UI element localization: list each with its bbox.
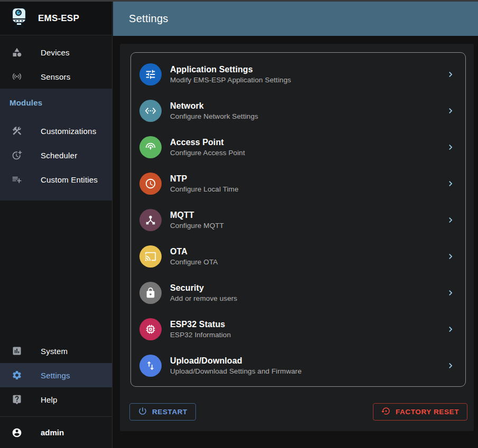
sidebar-item-label: Settings — [41, 371, 70, 380]
chevron-right-icon — [445, 215, 456, 225]
chevron-right-icon — [445, 288, 456, 298]
window-top-strip — [0, 0, 478, 2]
construction-icon — [12, 126, 22, 136]
settings-item-title: NTP — [170, 174, 445, 184]
bar-chart-icon — [12, 346, 22, 356]
chevron-right-icon — [445, 142, 456, 152]
modules-section-label: Modules — [0, 89, 112, 119]
chevron-right-icon — [445, 360, 456, 371]
settings-item-title: ESP32 Status — [170, 320, 445, 329]
cast-icon — [145, 251, 156, 262]
settings-item-application-settings[interactable]: Application SettingsModify EMS-ESP Appli… — [131, 56, 465, 92]
page-title: Settings — [129, 13, 168, 25]
sidebar-item-label: System — [41, 347, 68, 356]
sidebar-nav-bottom: SystemSettingsHelp admin — [0, 339, 112, 448]
user-label: admin — [41, 428, 64, 437]
restore-icon — [381, 406, 391, 416]
sidebar-item-scheduler[interactable]: Scheduler — [0, 143, 112, 167]
sidebar-item-label: Sensors — [41, 72, 70, 81]
settings-item-avatar — [139, 63, 162, 85]
sidebar-item-label: Custom Entities — [41, 175, 98, 184]
settings-item-subtitle: Add or remove users — [170, 294, 445, 302]
restart-button[interactable]: RESTART — [129, 403, 196, 421]
chevron-right-icon — [445, 106, 456, 116]
settings-item-avatar — [139, 245, 162, 268]
sidebar-item-label: Help — [41, 395, 58, 404]
chevron-right-icon — [445, 178, 456, 189]
settings-item-mqtt[interactable]: MQTTConfigure MQTT — [131, 202, 465, 238]
settings-item-security[interactable]: SecurityAdd or remove users — [131, 274, 465, 311]
settings-item-esp32-status[interactable]: ESP32 StatusESP32 Information — [131, 311, 465, 347]
settings-card: Application SettingsModify EMS-ESP Appli… — [130, 52, 466, 387]
clock-icon — [145, 178, 156, 189]
actions-row: RESTART FACTORY RESET — [129, 403, 467, 421]
settings-item-title: Application Settings — [170, 65, 445, 74]
chevron-right-icon — [445, 324, 456, 335]
settings-item-subtitle: Upload/Download Settings and Firmware — [170, 367, 445, 375]
settings-item-title: Access Point — [170, 138, 445, 147]
chevron-right-icon — [445, 69, 456, 80]
sidebar-item-customizations[interactable]: Customizations — [0, 119, 112, 143]
settings-item-avatar — [139, 173, 162, 195]
settings-item-avatar — [139, 100, 162, 122]
settings-item-title: Network — [170, 101, 445, 111]
settings-item-subtitle: Configure MQTT — [170, 222, 445, 230]
restart-button-label: RESTART — [152, 408, 188, 416]
settings-item-avatar — [139, 355, 162, 377]
lock-icon — [145, 287, 156, 299]
settings-item-subtitle: Configure Network Settings — [170, 112, 445, 120]
sidebar-item-devices[interactable]: Devices — [0, 40, 112, 64]
sidebar-nav-top: DevicesSensors — [0, 35, 112, 89]
sidebar: EMS-ESP DevicesSensors Modules Customiza… — [0, 2, 113, 448]
settings-item-title: OTA — [170, 247, 445, 256]
settings-panel: Application SettingsModify EMS-ESP Appli… — [120, 44, 474, 431]
sidebar-item-label: Devices — [41, 48, 70, 57]
settings-item-upload-download[interactable]: Upload/DownloadUpload/Download Settings … — [131, 347, 465, 384]
chip-icon — [145, 323, 156, 335]
help-bubble-icon — [12, 394, 22, 405]
sidebar-item-custom-entities[interactable]: Custom Entities — [0, 167, 112, 192]
sidebar-item-help[interactable]: Help — [0, 387, 112, 412]
more-time-icon — [12, 150, 22, 160]
sidebar-header: EMS-ESP — [0, 2, 112, 35]
settings-item-access-point[interactable]: Access PointConfigure Access Point — [131, 129, 465, 165]
settings-item-avatar — [139, 282, 162, 304]
sidebar-modules-section: Modules CustomizationsSchedulerCustom En… — [0, 89, 112, 201]
sidebar-item-settings[interactable]: Settings — [0, 363, 112, 387]
category-icon — [12, 47, 22, 58]
settings-item-network[interactable]: NetworkConfigure Network Settings — [131, 92, 465, 129]
settings-item-subtitle: ESP32 Information — [170, 331, 445, 339]
account-circle-icon — [12, 427, 22, 438]
power-icon — [138, 406, 147, 416]
settings-item-ota[interactable]: OTAConfigure OTA — [131, 238, 465, 274]
settings-item-subtitle: Configure OTA — [170, 258, 445, 266]
settings-item-subtitle: Configure Local Time — [170, 185, 445, 193]
sidebar-item-label: Customizations — [41, 127, 96, 136]
sidebar-item-label: Scheduler — [41, 151, 77, 160]
factory-reset-button[interactable]: FACTORY RESET — [373, 403, 467, 421]
import-export-icon — [145, 360, 156, 371]
chevron-right-icon — [445, 251, 456, 262]
gear-icon — [12, 370, 22, 380]
sidebar-item-sensors[interactable]: Sensors — [0, 64, 112, 89]
appbar: Settings — [113, 2, 478, 36]
settings-item-avatar — [139, 209, 162, 231]
playlist-add-icon — [12, 174, 22, 185]
wifi-tethering-icon — [145, 141, 156, 153]
settings-item-title: MQTT — [170, 211, 445, 220]
tune-icon — [145, 69, 156, 80]
app-title: EMS-ESP — [38, 13, 79, 24]
settings-item-title: Upload/Download — [170, 356, 445, 366]
device-hub-icon — [145, 214, 156, 226]
settings-item-avatar — [139, 136, 162, 158]
settings-item-subtitle: Configure Access Point — [170, 149, 445, 157]
sidebar-item-system[interactable]: System — [0, 339, 112, 363]
settings-item-title: Security — [170, 283, 445, 293]
sidebar-user[interactable]: admin — [0, 417, 112, 448]
settings-item-ntp[interactable]: NTPConfigure Local Time — [131, 165, 465, 202]
main-area: Settings Application SettingsModify EMS-… — [113, 2, 478, 448]
settings-ethernet-icon — [145, 105, 156, 117]
settings-item-avatar — [139, 318, 162, 340]
ems-esp-logo-icon — [8, 6, 30, 31]
factory-reset-button-label: FACTORY RESET — [396, 408, 459, 416]
